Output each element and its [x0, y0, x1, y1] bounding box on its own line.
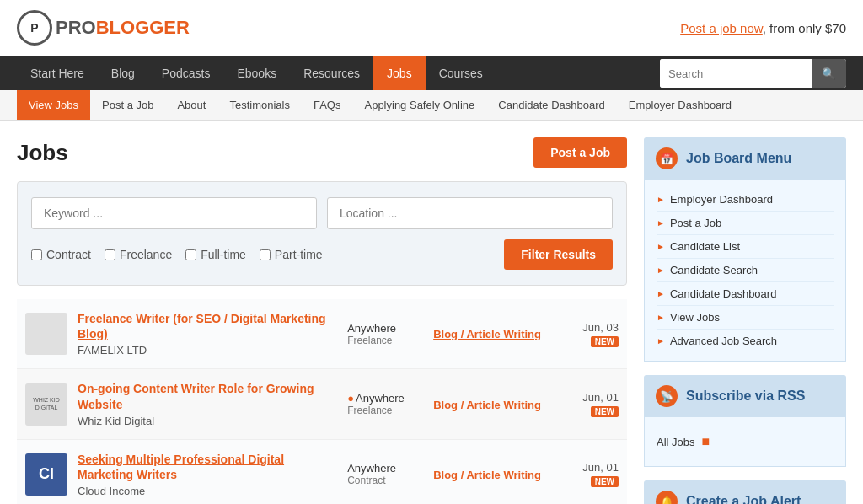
search-filters: Contract Freelance Full-time Part-time F…: [17, 181, 627, 286]
sec-nav-view-jobs[interactable]: View Jobs: [17, 90, 90, 120]
filter-results-button[interactable]: Filter Results: [504, 239, 613, 270]
sidebar-item-candidate-dashboard[interactable]: ►Candidate Dashboard: [657, 282, 834, 306]
sec-nav-applying-safely[interactable]: Applying Safely Online: [352, 90, 486, 120]
arrow-icon: ►: [657, 218, 665, 228]
sidebar-item-candidate-list[interactable]: ►Candidate List: [657, 235, 834, 259]
sidebar-item-post-job[interactable]: ►Post a Job: [657, 212, 834, 235]
job-category: Blog / Article Writing: [433, 468, 541, 481]
widget-title: Job Board Menu: [686, 151, 791, 166]
search-box: 🔍: [660, 59, 846, 88]
primary-nav: Start Here Blog Podcasts Ebooks Resource…: [0, 56, 863, 90]
sec-nav-employer-dashboard[interactable]: Employer Dashboard: [617, 90, 743, 120]
post-job-promo-link[interactable]: Post a job now: [680, 21, 763, 35]
widget-header: 📡 Subscribe via RSS: [644, 375, 846, 417]
parttime-checkbox[interactable]: [260, 249, 271, 260]
sidebar-item-advanced-job-search[interactable]: ►Advanced Job Search: [657, 330, 834, 352]
main-container: Jobs Post a Job Contract Freelance Full-…: [0, 121, 863, 504]
nav-jobs[interactable]: Jobs: [373, 56, 426, 90]
job-title-link[interactable]: On-going Content Writer Role for Growing…: [78, 382, 314, 410]
widget-title: Create a Job Alert: [686, 494, 801, 504]
sidebar-item-candidate-search[interactable]: ►Candidate Search: [657, 259, 834, 282]
sec-nav-post-job[interactable]: Post a Job: [90, 90, 165, 120]
top-right-promo: Post a job now, from only $70: [680, 21, 846, 35]
arrow-icon: ►: [657, 195, 665, 204]
job-info: Freelance Writer (for SEO / Digital Mark…: [78, 311, 337, 357]
table-row: CI Seeking Multiple Professional Digital…: [17, 440, 627, 504]
table-row: WHIZ KIDDIGITAL On-going Content Writer …: [17, 369, 627, 439]
search-input[interactable]: [660, 59, 812, 88]
sidebar-item-employer-dashboard[interactable]: ►Employer Dashboard: [657, 188, 834, 212]
filter-contract[interactable]: Contract: [31, 248, 91, 261]
sec-nav-about[interactable]: About: [165, 90, 217, 120]
filter-checkboxes: Contract Freelance Full-time Part-time: [31, 248, 487, 261]
page-title: Jobs: [17, 140, 68, 166]
filter-row-keyword-location: [31, 197, 613, 229]
top-bar: P PROBLOGGER Post a job now, from only $…: [0, 0, 863, 56]
job-company: Cloud Income: [78, 485, 337, 497]
rss-header-icon: 📡: [656, 385, 678, 407]
rss-icon: ■: [702, 434, 710, 449]
widget-header: 📅 Job Board Menu: [644, 137, 846, 180]
job-board-menu-widget: 📅 Job Board Menu ►Employer Dashboard ►Po…: [644, 137, 846, 362]
nav-start-here[interactable]: Start Here: [17, 56, 98, 90]
job-title-link[interactable]: Freelance Writer (for SEO / Digital Mark…: [78, 312, 326, 340]
search-button[interactable]: 🔍: [812, 59, 846, 88]
filter-row-checkboxes: Contract Freelance Full-time Part-time F…: [31, 239, 613, 270]
job-company: Whiz Kid Digital: [78, 415, 337, 427]
job-logo: [25, 313, 67, 355]
job-company: FAMELIX LTD: [78, 344, 337, 357]
job-location: ●Anywhere Freelance: [347, 392, 423, 416]
job-location: Anywhere Contract: [347, 462, 423, 486]
widget-header: 🔔 Create a Job Alert: [644, 480, 846, 504]
jobs-header: Jobs Post a Job: [17, 137, 627, 168]
briefcase-icon: 📅: [656, 147, 678, 169]
job-info: On-going Content Writer Role for Growing…: [78, 381, 337, 426]
filter-fulltime[interactable]: Full-time: [185, 248, 246, 261]
sec-nav-candidate-dashboard[interactable]: Candidate Dashboard: [486, 90, 616, 120]
nav-ebooks[interactable]: Ebooks: [223, 56, 290, 90]
widget-title: Subscribe via RSS: [686, 389, 805, 404]
rss-row: All Jobs ■: [657, 426, 834, 458]
rss-widget: 📡 Subscribe via RSS All Jobs ■: [644, 375, 846, 467]
sidebar: 📅 Job Board Menu ►Employer Dashboard ►Po…: [644, 137, 846, 504]
nav-podcasts[interactable]: Podcasts: [148, 56, 224, 90]
job-category-link[interactable]: Blog / Article Writing: [433, 469, 541, 481]
secondary-nav: View Jobs Post a Job About Testimonials …: [0, 90, 863, 121]
job-category: Blog / Article Writing: [433, 398, 541, 411]
job-date: Jun, 01 NEW: [551, 391, 619, 417]
sec-nav-testimonials[interactable]: Testimonials: [217, 90, 302, 120]
job-alert-widget: 🔔 Create a Job Alert: [644, 480, 846, 504]
new-badge: NEW: [591, 336, 619, 347]
table-row: Freelance Writer (for SEO / Digital Mark…: [17, 299, 627, 369]
nav-courses[interactable]: Courses: [426, 56, 496, 90]
arrow-icon: ►: [657, 265, 665, 275]
job-listings: Freelance Writer (for SEO / Digital Mark…: [17, 299, 627, 504]
sidebar-item-view-jobs[interactable]: ►View Jobs: [657, 306, 834, 330]
primary-nav-links: Start Here Blog Podcasts Ebooks Resource…: [17, 56, 496, 90]
filter-parttime[interactable]: Part-time: [260, 248, 323, 261]
logo-icon: P: [17, 10, 52, 46]
location-input[interactable]: [327, 197, 613, 229]
nav-resources[interactable]: Resources: [290, 56, 373, 90]
job-category-link[interactable]: Blog / Article Writing: [433, 399, 541, 411]
filter-freelance[interactable]: Freelance: [105, 248, 172, 261]
keyword-input[interactable]: [31, 197, 317, 229]
arrow-icon: ►: [657, 336, 665, 346]
sec-nav-faqs[interactable]: FAQs: [302, 90, 353, 120]
all-jobs-label: All Jobs: [657, 436, 695, 448]
job-title-link[interactable]: Seeking Multiple Professional Digital Ma…: [78, 453, 284, 481]
new-badge: NEW: [591, 476, 619, 487]
content-area: Jobs Post a Job Contract Freelance Full-…: [17, 137, 627, 504]
fulltime-checkbox[interactable]: [185, 249, 196, 260]
widget-body: All Jobs ■: [644, 417, 846, 467]
contract-checkbox[interactable]: [31, 249, 42, 260]
job-date: Jun, 01 NEW: [551, 461, 619, 487]
freelance-checkbox[interactable]: [105, 249, 115, 260]
new-badge: NEW: [591, 406, 619, 417]
job-category-link[interactable]: Blog / Article Writing: [433, 328, 541, 340]
widget-body: ►Employer Dashboard ►Post a Job ►Candida…: [644, 180, 846, 362]
job-category: Blog / Article Writing: [433, 327, 541, 340]
post-job-button[interactable]: Post a Job: [533, 137, 627, 168]
nav-blog[interactable]: Blog: [98, 56, 148, 90]
job-info: Seeking Multiple Professional Digital Ma…: [78, 452, 337, 497]
